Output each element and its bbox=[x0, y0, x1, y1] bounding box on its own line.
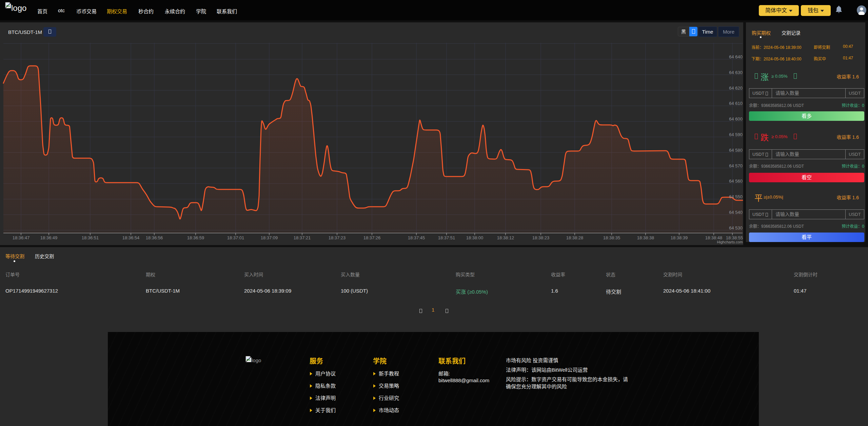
svg-text:64 640: 64 640 bbox=[729, 54, 743, 59]
svg-text:18:36:47: 18:36:47 bbox=[13, 235, 30, 240]
svg-text:64 590: 64 590 bbox=[729, 132, 743, 137]
svg-text:18:38:38: 18:38:38 bbox=[637, 235, 654, 240]
svg-text:18:37:51: 18:37:51 bbox=[438, 235, 455, 240]
svg-text:64 570: 64 570 bbox=[729, 163, 743, 168]
svg-text:18:37:21: 18:37:21 bbox=[294, 235, 311, 240]
svg-text:18:37:01: 18:37:01 bbox=[227, 235, 244, 240]
svg-text:Highcharts.com: Highcharts.com bbox=[717, 240, 743, 244]
svg-text:18:38:23: 18:38:23 bbox=[532, 235, 550, 240]
svg-text:64 530: 64 530 bbox=[729, 225, 743, 230]
svg-text:18:38:48: 18:38:48 bbox=[705, 235, 723, 240]
svg-text:64 620: 64 620 bbox=[729, 86, 743, 91]
svg-text:18:36:49: 18:36:49 bbox=[40, 235, 58, 240]
svg-text:64 630: 64 630 bbox=[729, 70, 743, 75]
svg-text:64 580: 64 580 bbox=[729, 148, 743, 153]
svg-text:18:37:26: 18:37:26 bbox=[363, 235, 381, 240]
svg-text:18:38:28: 18:38:28 bbox=[566, 235, 584, 240]
svg-text:18:38:35: 18:38:35 bbox=[603, 235, 620, 240]
svg-text:18:37:23: 18:37:23 bbox=[329, 235, 346, 240]
svg-text:18:38:55: 18:38:55 bbox=[726, 235, 743, 240]
svg-text:18:36:56: 18:36:56 bbox=[146, 235, 163, 240]
svg-text:18:37:45: 18:37:45 bbox=[408, 235, 425, 240]
svg-text:64 600: 64 600 bbox=[729, 116, 743, 122]
svg-text:18:36:54: 18:36:54 bbox=[122, 235, 140, 240]
svg-text:64 610: 64 610 bbox=[729, 101, 743, 106]
svg-text:18:37:09: 18:37:09 bbox=[261, 235, 278, 240]
svg-text:18:38:39: 18:38:39 bbox=[671, 235, 688, 240]
svg-text:64 560: 64 560 bbox=[729, 179, 743, 184]
svg-text:18:38:00: 18:38:00 bbox=[466, 235, 484, 240]
svg-text:18:38:12: 18:38:12 bbox=[497, 235, 514, 240]
svg-text:64 550: 64 550 bbox=[729, 194, 743, 199]
svg-text:64 540: 64 540 bbox=[729, 210, 743, 215]
svg-text:18:36:59: 18:36:59 bbox=[187, 235, 204, 240]
svg-text:18:36:51: 18:36:51 bbox=[82, 235, 99, 240]
